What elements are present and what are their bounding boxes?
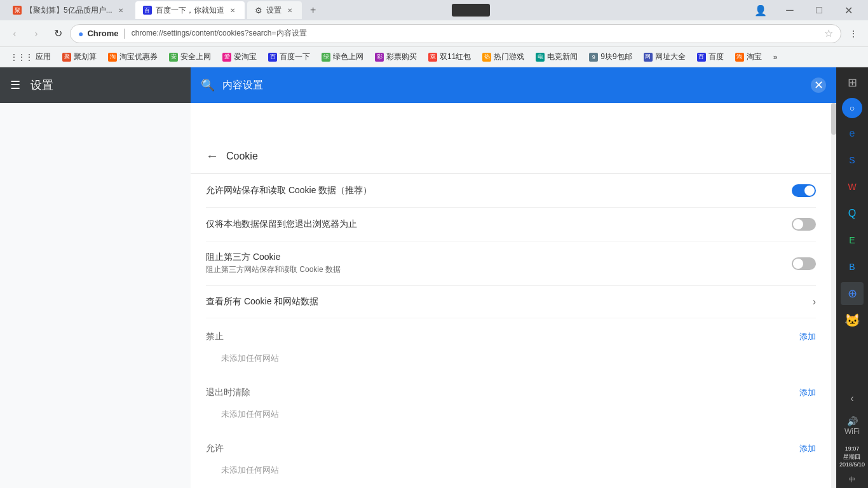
toggle-knob-local: [793, 219, 803, 229]
bookmark-safe[interactable]: 安 安全上网: [164, 50, 216, 64]
bookmark-label-9k: 9块9包邮: [600, 51, 632, 62]
bookmark-label-safe: 安全上网: [180, 51, 211, 62]
lang-indicator[interactable]: 中: [849, 475, 855, 484]
allow-cookies-toggle[interactable]: [792, 184, 816, 197]
bookmark-label-tb2: 淘宝: [747, 51, 762, 62]
tab-close-1[interactable]: ✕: [116, 6, 125, 15]
chrome-icon-taskbar[interactable]: ⊕: [841, 282, 864, 305]
window-controls: 👤 ─ □ ✕: [746, 0, 863, 20]
bookmark-jhs[interactable]: 聚 聚划算: [57, 50, 102, 64]
apps-icon: ⋮⋮⋮: [10, 53, 33, 62]
allow-add-button[interactable]: 添加: [799, 443, 816, 454]
bookmark-icon-taobao: 淘: [108, 53, 117, 62]
extensions-button[interactable]: ⋮: [844, 24, 863, 43]
local-only-toggle[interactable]: [792, 218, 816, 231]
bookmark-double11[interactable]: 双 双11红包: [423, 50, 476, 64]
bookmark-baidu[interactable]: 百 百度一下: [263, 50, 315, 64]
minimize-button[interactable]: ─: [775, 0, 804, 20]
avatar-icon[interactable]: 🐱: [841, 309, 864, 332]
bookmark-icon-games: 热: [482, 53, 491, 62]
block-third-party-row: 阻止第三方 Cookie 阻止第三方网站保存和读取 Cookie 数据: [206, 241, 816, 286]
reload-button[interactable]: ↻: [48, 24, 67, 43]
bookmark-aitaobao[interactable]: 爱 爱淘宝: [217, 50, 262, 64]
settings-layout: ☰ 设置 🔍 ✕ ← Cookie: [0, 67, 868, 488]
bookmark-lottery[interactable]: 彩 彩票购买: [370, 50, 422, 64]
allow-cookies-row: 允许网站保存和读取 Cookie 数据（推荐）: [206, 174, 816, 208]
allow-empty-text: 未添加任何网站: [191, 459, 831, 486]
bookmark-9kuai[interactable]: 9 9块9包邮: [584, 50, 637, 64]
bookmark-label-taobao: 淘宝优惠券: [119, 51, 158, 62]
cortana-icon[interactable]: ○: [842, 98, 862, 118]
tab-close-2[interactable]: ✕: [228, 6, 237, 15]
tab-close-3[interactable]: ✕: [285, 6, 294, 15]
bookmark-label-games: 热门游戏: [494, 51, 524, 62]
tab-favicon-1: 聚: [13, 6, 22, 15]
clock[interactable]: 19:07 星期四 2018/5/10: [838, 442, 866, 471]
user-icon[interactable]: 👤: [746, 0, 775, 20]
block-section-header: 禁止 添加: [191, 318, 831, 348]
search-clear-button[interactable]: ✕: [811, 78, 826, 93]
tab-baidu[interactable]: 百 百度一下，你就知道 ✕: [135, 1, 245, 19]
ie-icon[interactable]: e: [841, 122, 864, 145]
clear-on-exit-section: 退出时清除 添加 未添加任何网站: [191, 374, 831, 430]
tab-settings[interactable]: ⚙ 设置 ✕: [247, 1, 302, 19]
bookmark-label-jhs: 聚划算: [74, 51, 97, 62]
scrollbar[interactable]: [831, 103, 836, 488]
bookmark-apps[interactable]: ⋮⋮⋮ 应用: [5, 50, 56, 64]
tab-favicon-3: ⚙: [255, 6, 262, 15]
wifi-icon[interactable]: WiFi: [844, 427, 860, 436]
close-button[interactable]: ✕: [834, 0, 863, 20]
bookmark-more[interactable]: »: [768, 51, 783, 64]
view-all-label: 查看所有 Cookie 和网站数据: [206, 296, 813, 308]
back-arrow-taskbar[interactable]: ‹: [841, 387, 864, 410]
address-bar[interactable]: ● Chrome │ chrome://settings/content/coo…: [70, 24, 841, 43]
star-icon[interactable]: ☆: [824, 27, 833, 39]
clear-empty-text: 未添加任何网站: [191, 403, 831, 430]
allow-section-header: 允许 添加: [191, 430, 831, 459]
bookmark-label-baidu2: 百度: [709, 51, 724, 62]
forward-button[interactable]: ›: [27, 24, 46, 43]
sidebar-panel: ☰ 设置: [0, 67, 191, 488]
evernote-icon[interactable]: E: [841, 229, 864, 252]
chrome-icon: ●: [78, 29, 83, 39]
cookie-settings-section: 允许网站保存和读取 Cookie 数据（推荐） 仅将本地数据保留到您退出浏览器为…: [191, 174, 831, 318]
back-button[interactable]: ‹: [5, 24, 24, 43]
block-third-party-toggle[interactable]: [792, 257, 816, 270]
bookmark-label-apps: 应用: [36, 51, 51, 62]
date-display: 2018/5/10: [839, 461, 865, 469]
wps-icon[interactable]: W: [841, 175, 864, 198]
titlebar: 聚 【聚划算】5亿品质用户... ✕ 百 百度一下，你就知道 ✕ ⚙ 设置 ✕ …: [0, 0, 868, 20]
bookmark-icon-ai: 爱: [222, 53, 231, 62]
clear-add-button[interactable]: 添加: [799, 387, 816, 398]
bookmark-taobao2[interactable]: 淘 淘宝: [730, 50, 767, 64]
qq-icon[interactable]: Q: [841, 202, 864, 225]
bookmark-esports[interactable]: 电 电竞新闻: [531, 50, 583, 64]
bookmark-taobao[interactable]: 淘 淘宝优惠券: [103, 50, 163, 64]
more-bookmarks-icon: »: [773, 53, 778, 62]
maximize-button[interactable]: □: [804, 0, 834, 20]
search-input[interactable]: [222, 79, 803, 91]
allow-cookies-content: 允许网站保存和读取 Cookie 数据（推荐）: [206, 185, 792, 196]
bookmark-games[interactable]: 热 热门游戏: [477, 50, 529, 64]
bookmark-label-esports: 电竞新闻: [547, 51, 578, 62]
windows-start-icon[interactable]: ⊞: [841, 71, 864, 94]
new-tab-button[interactable]: +: [304, 1, 322, 19]
back-button[interactable]: ←: [206, 149, 219, 163]
hamburger-icon[interactable]: ☰: [10, 78, 20, 92]
allow-cookies-label: 允许网站保存和读取 Cookie 数据（推荐）: [206, 185, 792, 196]
bookmark-icon-safe: 安: [169, 53, 178, 62]
block-add-button[interactable]: 添加: [799, 331, 816, 342]
bookmark-green[interactable]: 绿 绿色上网: [316, 50, 369, 64]
view-all-cookies-row[interactable]: 查看所有 Cookie 和网站数据 ›: [206, 286, 816, 318]
volume-icon[interactable]: 🔊: [847, 416, 858, 426]
day-display: 星期四: [839, 453, 865, 461]
browser-toolbar: ‹ › ↻ ● Chrome │ chrome://settings/conte…: [0, 20, 868, 47]
bookmark-icon-baidu: 百: [268, 53, 277, 62]
sougou-icon[interactable]: S: [841, 149, 864, 172]
baidu-guard-icon[interactable]: B: [841, 255, 864, 278]
bookmark-baidu2[interactable]: 百 百度: [692, 50, 729, 64]
tab-juhusuan[interactable]: 聚 【聚划算】5亿品质用户... ✕: [5, 1, 133, 19]
bookmark-nav[interactable]: 网 网址大全: [639, 50, 691, 64]
bookmark-icon-jhs: 聚: [62, 53, 71, 62]
toggle-knob-allow: [804, 186, 815, 196]
